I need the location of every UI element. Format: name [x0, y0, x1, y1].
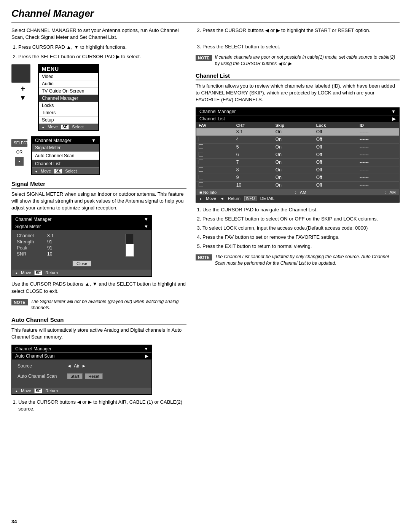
cl-lock-cell[interactable]: Off	[314, 143, 357, 151]
cl-skip-cell[interactable]: On	[273, 143, 314, 151]
cl-id-cell: ------	[357, 136, 399, 143]
acs-header: Channel Manager ▼	[12, 345, 151, 352]
sm-strength-value: 91	[47, 239, 52, 244]
move-arrow-icon: ⬥	[42, 125, 45, 129]
cl-skip-cell[interactable]: On	[273, 158, 314, 166]
sm-footer-move-icon: ⬥	[15, 270, 18, 275]
close-button[interactable]: Close	[72, 260, 91, 267]
cl-no-info-label: ■ No Info	[199, 190, 217, 195]
sm-channel-value: 3-1	[47, 233, 54, 238]
cl-checkbox[interactable]	[199, 144, 203, 149]
cl-fav-cell	[196, 128, 234, 136]
submenu-item-channellist[interactable]: Channel List	[32, 160, 99, 168]
cl-am-label2: --:-- AM	[382, 190, 396, 195]
sm-sub-arrow: ▼	[144, 224, 148, 229]
menu-item-setup[interactable]: Setup	[39, 117, 98, 124]
submenu-item-autochannelscan[interactable]: Auto Channel Scan	[32, 152, 99, 160]
cl-col-skip: Skip	[273, 122, 314, 128]
menu-header: MENU	[39, 65, 98, 73]
sm-footer-se-box: SE	[34, 270, 42, 275]
acs-left-arrow-icon[interactable]: ◄	[67, 363, 72, 369]
cl-step-3: To select LOCK column, input the access …	[202, 225, 400, 232]
right-step3: Press the SELECT button to select.	[202, 43, 400, 50]
acs-footer-se-box: SE	[34, 388, 42, 393]
cl-lock-cell[interactable]: Off	[314, 181, 357, 189]
menu-move-label: Move	[48, 125, 58, 129]
cl-checkbox[interactable]	[199, 129, 203, 134]
acs-start-button[interactable]: Start	[67, 373, 83, 379]
menu-item-locks[interactable]: Locks	[39, 102, 98, 109]
cl-lock-cell[interactable]: Off	[314, 158, 357, 166]
acs-body: Source ◄ Air ► Auto Channel Scan Start R…	[12, 359, 151, 388]
cl-checkbox[interactable]	[199, 167, 203, 172]
submenu-item-signalmeter[interactable]: Signal Meter	[32, 144, 99, 152]
cl-col-ch: CH#	[234, 122, 273, 128]
sm-note-box: NOTE The Signal Meter will not be availa…	[11, 299, 186, 312]
cl-lock-cell[interactable]: Off	[314, 174, 357, 181]
right-note-label: NOTE	[196, 55, 212, 61]
menu-item-timers[interactable]: Timers	[39, 109, 98, 117]
menu-item-audio[interactable]: Audio	[39, 80, 98, 88]
sm-body: Channel 3-1 Strength 91 Peak 91 SNR	[12, 230, 151, 270]
cl-col-lock: Lock	[314, 122, 357, 128]
cl-step-5: Press the EXIT button to return to norma…	[202, 243, 400, 250]
intro-step-2: Press the SELECT button or CURSOR PAD ▶ …	[18, 53, 186, 60]
acs-footer-return-label: Return	[45, 388, 58, 393]
table-row: 7 On Off ------	[196, 158, 399, 166]
cl-id-cell: ------	[357, 151, 399, 158]
cl-checkbox[interactable]	[199, 175, 203, 179]
sm-header: Channel Manager ▼	[12, 216, 151, 223]
select-button-icon: SELECT	[11, 139, 27, 147]
cl-lock-cell[interactable]: Off	[314, 136, 357, 143]
cl-header-arrow: ▼	[391, 109, 396, 114]
submenu-se-box: SE	[54, 169, 62, 174]
cl-sub-arrow: ▶	[392, 116, 396, 121]
cl-skip-cell[interactable]: On	[273, 174, 314, 181]
cl-skip-cell[interactable]: On	[273, 136, 314, 143]
cl-checkbox[interactable]	[199, 160, 203, 164]
menu-item-channelmanager[interactable]: Channel Manager	[39, 95, 98, 102]
table-row: 5 On Off ------	[196, 143, 399, 151]
cl-note-box: NOTE The Channel List cannot be updated …	[196, 254, 400, 267]
acs-sub-arrow: ▶	[145, 353, 148, 359]
menu-item-video[interactable]: Video	[39, 73, 98, 80]
or-text: OR	[16, 150, 23, 154]
cl-skip-cell[interactable]: On	[273, 181, 314, 189]
cl-id-cell: ------	[357, 174, 399, 181]
cl-id-cell: ------	[357, 166, 399, 174]
cl-skip-cell[interactable]: On	[273, 128, 314, 136]
table-row: 9 On Off ------	[196, 174, 399, 181]
submenu-box: Channel Manager ▼ Signal Meter Auto Chan…	[31, 136, 100, 175]
acs-reset-button[interactable]: Reset	[85, 373, 103, 379]
submenu-move-label: Move	[41, 169, 51, 174]
acs-source-value: Air	[74, 363, 80, 369]
cl-heading: Channel List	[196, 72, 400, 80]
cl-header: Channel Manager ▼	[196, 108, 399, 115]
cl-note-label: NOTE	[196, 254, 212, 260]
cl-skip-cell[interactable]: On	[273, 151, 314, 158]
acs-right-arrow-icon[interactable]: ►	[82, 363, 86, 369]
tv-plus-icon: +	[11, 85, 34, 93]
cl-checkbox[interactable]	[199, 152, 203, 157]
cl-checkbox[interactable]	[199, 137, 203, 141]
acs-sub-header: Auto Channel Scan ▶	[12, 352, 151, 359]
right-note-text: If certain channels are poor or not poss…	[215, 54, 400, 67]
cl-lock-cell[interactable]: Off	[314, 166, 357, 174]
right-note-box: NOTE If certain channels are poor or not…	[196, 54, 400, 67]
cl-checkbox[interactable]	[199, 182, 203, 187]
sm-peak-value: 91	[47, 245, 52, 251]
sm-note-label: NOTE	[11, 299, 28, 305]
acs-header-label: Channel Manager	[15, 346, 51, 351]
cl-lock-cell[interactable]: Off	[314, 128, 357, 136]
sm-peak-label: Peak	[17, 245, 47, 251]
cl-skip-cell[interactable]: On	[273, 166, 314, 174]
cl-lock-cell[interactable]: Off	[314, 151, 357, 158]
cl-description: This function allows you to review which…	[196, 83, 400, 104]
menu-box: MENU Video Audio TV Guide On Screen Chan…	[38, 64, 99, 131]
submenu-footer: ⬥ Move SE Select	[32, 168, 99, 174]
cl-sub-label: Channel List	[199, 116, 225, 121]
cl-footer-move-label: Move	[206, 196, 216, 201]
channel-list-table: FAV CH# Skip Lock ID 3-1 On Off ------	[196, 122, 399, 189]
cl-id-cell: ------	[357, 181, 399, 189]
menu-item-tvguide[interactable]: TV Guide On Screen	[39, 88, 98, 95]
